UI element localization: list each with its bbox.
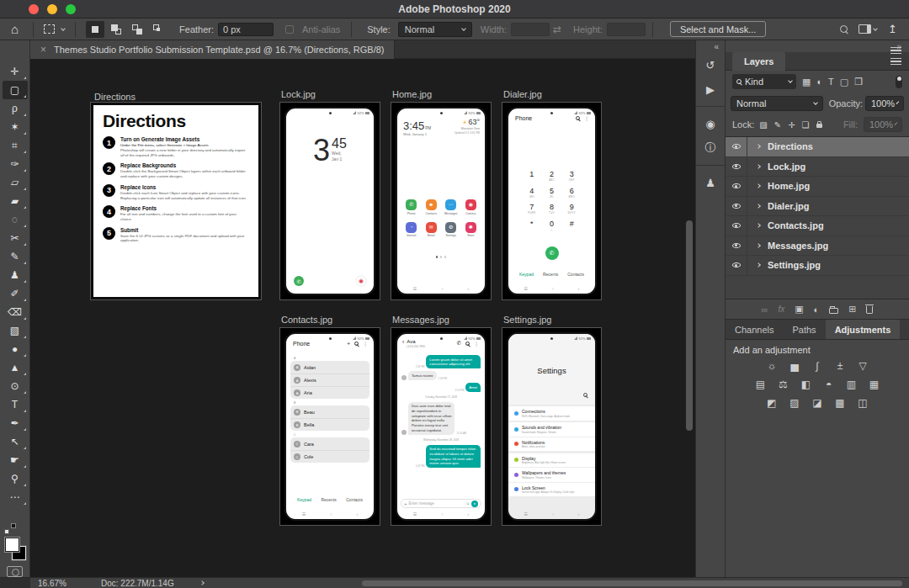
- layer-row[interactable]: Settings.jpg: [726, 256, 909, 276]
- curves-icon[interactable]: ∫: [811, 360, 825, 372]
- layer-visibility-toggle[interactable]: [726, 177, 747, 196]
- lock-artboard-icon[interactable]: ❏: [802, 120, 810, 130]
- history-brush-tool[interactable]: ✐: [3, 284, 28, 303]
- workspace-switcher[interactable]: [858, 24, 877, 34]
- zoom-level[interactable]: 16.67%: [38, 579, 66, 588]
- expand-chevron-icon[interactable]: [756, 223, 761, 228]
- magic-wand-tool[interactable]: ✶: [3, 118, 28, 136]
- layer-row[interactable]: Contacts.jpg: [726, 216, 909, 236]
- layer-visibility-toggle[interactable]: [726, 236, 747, 256]
- dodge-tool[interactable]: ⊙: [3, 377, 28, 395]
- feather-input[interactable]: 0 px: [218, 23, 274, 36]
- move-tool[interactable]: ✛: [3, 62, 28, 81]
- artboard-dialer[interactable]: Dialer.jpg Phone ⋮ 12ABC3DEF4GHI5JKL6MNO…: [502, 103, 601, 299]
- tool-preset-dropdown[interactable]: [40, 23, 68, 35]
- fill-dropdown[interactable]: 100%: [864, 117, 902, 132]
- clone-stamp-tool[interactable]: ♟: [3, 266, 28, 284]
- search-icon[interactable]: [840, 25, 848, 33]
- properties-panel-icon[interactable]: ◉: [699, 114, 721, 133]
- actions-panel-icon[interactable]: ▶: [699, 80, 721, 98]
- brightness-contrast-icon[interactable]: ☼: [765, 360, 779, 372]
- content-aware-move-tool[interactable]: ✂: [3, 229, 28, 247]
- invert-icon[interactable]: ◩: [765, 397, 779, 409]
- select-and-mask-button[interactable]: Select and Mask...: [670, 21, 767, 37]
- type-tool[interactable]: T: [3, 395, 28, 414]
- healing-brush-tool[interactable]: ▰: [3, 192, 28, 210]
- artboard-settings[interactable]: Settings.jpg Settings ConnectionsWi-Fi, …: [502, 328, 601, 525]
- lasso-tool[interactable]: ρ: [3, 99, 28, 118]
- expand-chevron-icon[interactable]: [756, 204, 761, 209]
- color-balance-icon[interactable]: ⚖: [776, 379, 790, 390]
- artboard-label[interactable]: Lock.jpg: [281, 89, 316, 99]
- crop-tool[interactable]: ⌗: [3, 136, 28, 155]
- tool-presets-panel-icon[interactable]: ♟: [699, 173, 721, 192]
- expand-chevron-icon[interactable]: [756, 243, 761, 248]
- posterize-icon[interactable]: ▨: [788, 397, 802, 409]
- path-selection-tool[interactable]: ↖: [3, 432, 28, 451]
- share-icon[interactable]: ↥: [888, 23, 897, 35]
- tab-channels[interactable]: Channels: [726, 320, 783, 339]
- eyedropper-tool[interactable]: ✑: [3, 155, 28, 173]
- layer-row[interactable]: Home.jpg: [726, 177, 909, 197]
- artboard-contacts[interactable]: Contacts.jpg Phone + ⋮ AAAidanAAlexisAAr…: [280, 328, 380, 525]
- new-selection-button[interactable]: [86, 21, 104, 38]
- edit-toolbar[interactable]: ⋯: [3, 488, 28, 506]
- expand-chevron-icon[interactable]: [756, 144, 761, 149]
- hue-saturation-icon[interactable]: ▤: [753, 379, 768, 390]
- tab-paths[interactable]: Paths: [783, 320, 825, 339]
- hand-tool[interactable]: ☛: [3, 451, 28, 469]
- style-dropdown[interactable]: Normal: [398, 22, 472, 37]
- filter-shape-layers-icon[interactable]: ▢: [840, 77, 848, 87]
- zoom-tool[interactable]: ⚲: [3, 469, 28, 488]
- spot-healing-brush-tool[interactable]: ▱: [3, 173, 28, 192]
- gradient-tool[interactable]: ▧: [3, 321, 28, 340]
- lock-pixels-icon[interactable]: ✎: [774, 120, 781, 130]
- new-group-icon[interactable]: [829, 308, 838, 314]
- blend-mode-dropdown[interactable]: Normal: [731, 96, 823, 111]
- filter-smart-objects-icon[interactable]: ❒: [854, 77, 863, 87]
- artboard-lock[interactable]: Lock.jpg 3 45 Wed,Jan 1 ✆ ◉ 92%: [280, 103, 380, 299]
- tab-adjustments[interactable]: Adjustments: [826, 320, 901, 339]
- swap-dimensions-icon[interactable]: ⇄: [553, 24, 561, 35]
- width-input[interactable]: [511, 23, 550, 36]
- layer-style-icon[interactable]: fx: [778, 305, 784, 314]
- layer-visibility-toggle[interactable]: [726, 256, 747, 275]
- layer-row[interactable]: Directions: [726, 137, 909, 157]
- layer-visibility-toggle[interactable]: [726, 197, 747, 216]
- sharpen-tool[interactable]: ▲: [3, 358, 28, 377]
- expand-chevron-icon[interactable]: [756, 262, 761, 268]
- close-tab-icon[interactable]: ×: [40, 44, 46, 56]
- filter-adjustment-layers-icon[interactable]: ◐: [816, 77, 822, 87]
- artboard-home[interactable]: Home.jpg 3:45PM Wed, January 1 ☀63° Moun…: [391, 103, 491, 299]
- artboard-label[interactable]: Home.jpg: [392, 89, 432, 99]
- lock-position-icon[interactable]: ✛: [788, 120, 795, 130]
- layer-visibility-toggle[interactable]: [726, 216, 747, 236]
- pen-tool[interactable]: ✒: [3, 414, 28, 432]
- height-input[interactable]: [607, 23, 646, 36]
- filter-toggle[interactable]: [896, 76, 902, 88]
- frame-tool[interactable]: ◌: [3, 210, 28, 229]
- panel-menu-icon[interactable]: [890, 47, 901, 54]
- expand-chevron-icon[interactable]: [756, 164, 761, 169]
- canvas-horizontal-scrollbar[interactable]: [362, 580, 902, 586]
- tab-layers[interactable]: Layers: [732, 52, 785, 71]
- new-layer-icon[interactable]: ⊞: [848, 304, 856, 315]
- quick-mask-button[interactable]: [7, 566, 23, 577]
- layer-row[interactable]: Dialer.jpg: [726, 197, 909, 217]
- lock-transparency-icon[interactable]: ▨: [759, 120, 767, 130]
- layer-row[interactable]: Lock.jpg: [726, 157, 909, 177]
- lock-all-icon[interactable]: [816, 124, 822, 128]
- layer-visibility-toggle[interactable]: [726, 157, 747, 177]
- add-to-selection-button[interactable]: [107, 21, 125, 38]
- canvas-vertical-scrollbar[interactable]: [686, 220, 693, 431]
- settings-item[interactable]: DisplayBrightness, Blue light filter, Ho…: [508, 453, 595, 468]
- add-layer-mask-icon[interactable]: ▣: [795, 304, 803, 315]
- canvas[interactable]: Directions Directions 1Turn on Generate …: [30, 59, 695, 577]
- artboard-label[interactable]: Directions: [94, 92, 136, 102]
- intersect-selection-button[interactable]: [149, 21, 167, 38]
- levels-icon[interactable]: ▅: [788, 360, 802, 372]
- filter-pixel-layers-icon[interactable]: ▦: [802, 77, 811, 87]
- foreground-color-swatch[interactable]: [5, 538, 19, 552]
- color-lookup-icon[interactable]: ▦: [867, 379, 881, 390]
- layer-visibility-toggle[interactable]: [726, 137, 747, 156]
